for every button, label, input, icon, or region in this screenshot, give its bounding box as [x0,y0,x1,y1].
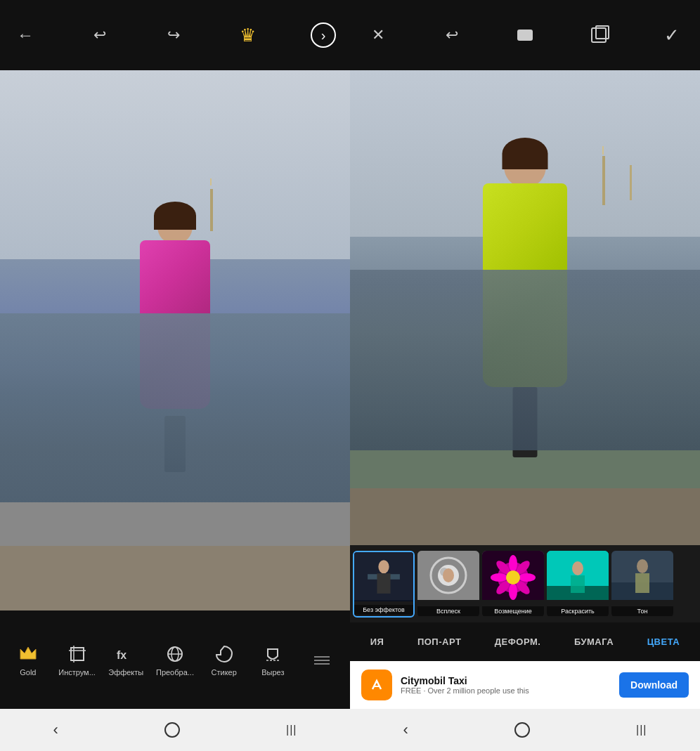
tool-instruments-label: Инструм... [58,668,96,677]
effect-splash-label: Всплеск [417,606,479,616]
tool-instruments[interactable]: Инструм... [58,643,96,677]
figure-yellow [472,141,578,457]
tool-transform-label: Преобра... [156,668,194,677]
effect-tone-preview [611,551,673,600]
check-icon [664,25,680,46]
tool-sticker-label: Стикер [212,668,237,677]
eraser-icon [517,30,533,41]
tool-cutout-label: Вырез [261,668,284,677]
right-nav-bar: ‹ ||| [350,709,700,751]
effect-splash-thumb[interactable]: Всплеск [417,551,479,618]
back-button[interactable] [14,24,37,46]
left-bottom-toolbar: Gold Инструм... fx [0,610,350,709]
effect-tone-label: Тон [611,606,673,616]
premium-button[interactable] [237,24,259,46]
right-nav-recents[interactable]: ||| [636,724,647,736]
ad-banner: Citymobil Taxi FREE · Over 2 million peo… [350,661,700,709]
svg-point-19 [443,568,454,582]
close-button[interactable] [367,24,389,46]
effect-compensate-thumb[interactable]: Возмещение [482,551,544,618]
tool-effects-label: Эффекты [108,668,143,677]
crown-tool-icon [17,643,39,665]
crown-icon [240,25,256,46]
redo-button[interactable] [162,24,185,46]
tools-row: Gold Инструм... fx [4,643,346,677]
category-popart[interactable]: ПОП-АРТ [413,634,465,650]
ad-icon [361,670,392,700]
right-nav-back[interactable]: ‹ [403,721,408,739]
tool-sticker[interactable]: Стикер [205,643,243,677]
tool-effects[interactable]: fx Эффекты [107,643,145,677]
left-nav-back[interactable]: ‹ [53,721,58,739]
right-nav-home[interactable] [514,722,530,738]
next-button[interactable]: › [311,22,336,48]
download-button[interactable]: Download [619,672,689,698]
category-paper[interactable]: БУМАГА [570,634,618,650]
more-tool-icon [311,648,333,671]
category-deform[interactable]: ДЕФОРМ. [491,634,545,650]
svg-rect-14 [377,573,390,594]
tool-gold[interactable]: Gold [8,643,47,677]
undo-button[interactable] [89,24,111,46]
photo-right [350,70,700,545]
svg-rect-39 [635,573,649,593]
left-nav-recents[interactable]: ||| [286,724,297,736]
svg-rect-10 [314,663,330,665]
category-colors[interactable]: ЦВЕТА [643,634,685,650]
tool-transform[interactable]: Преобра... [155,643,194,677]
right-panel: Без эффектов Всплеск [350,0,700,751]
svg-point-23 [509,555,517,572]
photo-left [0,70,350,610]
layers-button[interactable] [588,24,610,46]
hair-left [154,202,196,230]
ad-title: Citymobil Taxi [401,675,611,686]
dock-left [0,546,350,610]
effect-colorize-label: Раскрасить [547,606,609,616]
hair-right [503,138,548,169]
effect-colorize-preview [547,551,609,600]
right-photo-area [350,70,700,545]
svg-text:fx: fx [117,649,127,661]
undo2-icon [446,26,458,44]
effect-compensate-preview [482,551,544,600]
next-icon: › [321,27,326,44]
left-nav-home[interactable] [164,722,180,738]
left-nav-bar: ‹ ||| [0,709,350,751]
close-icon [372,26,384,44]
tool-cutout[interactable]: Вырез [254,643,292,677]
crop-tool-icon [66,643,89,665]
svg-point-31 [506,570,520,585]
svg-point-25 [519,573,536,582]
effect-compensate-label: Возмещение [482,606,544,616]
cutout-tool-icon [261,643,284,665]
effect-splash-preview [417,551,479,600]
svg-point-27 [509,583,517,600]
left-photo-area [0,70,350,610]
redo-icon [167,26,180,44]
left-panel: › [0,0,350,751]
effect-colorize-thumb[interactable]: Раскрасить [547,551,609,618]
ad-subtitle: FREE · Over 2 million people use this [401,686,611,695]
effects-strip: Без эффектов Всплеск [350,545,700,622]
tool-gold-label: Gold [20,668,36,677]
transform-tool-icon [164,643,186,665]
confirm-button[interactable] [661,24,683,46]
category-action[interactable]: ИЯ [366,634,389,650]
effect-none-label: Без эффектов [354,605,413,615]
svg-rect-9 [314,660,330,661]
effect-none-preview [354,552,413,601]
sticker-tool-icon [213,643,235,665]
undo-icon [93,26,106,44]
figure-pink [133,205,217,472]
effect-none-thumb[interactable]: Без эффектов [353,551,415,618]
fx-tool-icon: fx [115,643,137,665]
effect-tone-thumb[interactable]: Тон [611,551,673,618]
categories-bar: ИЯ ПОП-АРТ ДЕФОРМ. БУМАГА ЦВЕТА [350,622,700,661]
dock-right [350,488,700,545]
svg-point-13 [378,560,389,573]
tool-more[interactable] [303,648,342,671]
back-icon [17,25,34,45]
svg-point-34 [572,561,583,575]
right-undo-button[interactable] [441,24,463,46]
eraser-button[interactable] [514,24,536,46]
